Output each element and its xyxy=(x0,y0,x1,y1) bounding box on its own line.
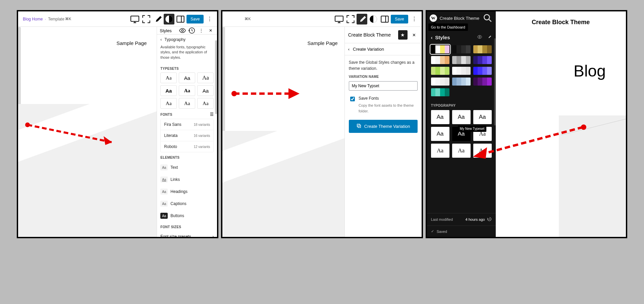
styles-panel-header: Styles ⋮ ✕ xyxy=(157,27,217,35)
color-palette-option[interactable] xyxy=(473,45,492,53)
element-row[interactable]: AaText xyxy=(157,161,217,173)
color-palette-option[interactable] xyxy=(431,45,449,53)
editor-toolbar: ⌘K Save ⋮ xyxy=(222,11,421,27)
edit-icon[interactable] xyxy=(487,35,492,40)
save-button[interactable]: Save xyxy=(391,15,408,23)
panel-scrollbar[interactable] xyxy=(215,40,217,114)
styles-icon[interactable] xyxy=(164,14,174,24)
typeset-option[interactable]: Aa xyxy=(197,85,214,96)
svg-rect-0 xyxy=(131,16,139,21)
typography-option[interactable]: Aa xyxy=(473,110,492,124)
chevron-left-icon: ‹ xyxy=(348,47,350,52)
typeset-option[interactable]: Aa xyxy=(160,85,177,96)
font-row[interactable]: Roboto12 variants xyxy=(161,141,213,152)
frame-create-variation: ⌘K Save ⋮ Sample Page Create Block Theme… xyxy=(221,10,423,238)
canvas-background xyxy=(18,104,157,237)
command-k-hint: ⌘K xyxy=(245,17,251,21)
desktop-preview-icon[interactable] xyxy=(334,14,344,24)
color-palette-option[interactable] xyxy=(473,56,492,64)
element-row[interactable]: AaCaptions xyxy=(157,198,217,210)
variation-description: Save the Global Styles changes as a them… xyxy=(349,59,418,71)
sample-page-link[interactable]: Sample Page xyxy=(308,40,338,46)
fullscreen-icon[interactable] xyxy=(141,14,152,24)
font-size-presets-row[interactable]: Font size presets › xyxy=(157,231,217,238)
panel-more-icon[interactable]: ⋮ xyxy=(198,27,205,34)
wordpress-logo-icon[interactable]: W xyxy=(430,14,437,22)
editor-canvas: Sample Page xyxy=(18,27,157,237)
sidebar-toggle-icon[interactable] xyxy=(379,14,390,24)
sliders-icon[interactable]: ☰ xyxy=(210,112,214,117)
element-row[interactable]: AaHeadings xyxy=(157,186,217,198)
close-icon[interactable]: ✕ xyxy=(410,31,418,39)
frame-styles-browser: W Create Block Theme Go to the Dashboard… xyxy=(426,10,627,238)
create-variation-nav[interactable]: ‹ Create Variation xyxy=(345,43,422,55)
typography-nav[interactable]: ‹ Typography xyxy=(157,35,217,45)
typography-grid: AaAaAaAaAaAaAaAaAaMy New Typeset xyxy=(427,110,496,158)
elements-label: Elements xyxy=(157,152,217,161)
tools-icon[interactable] xyxy=(357,14,367,24)
typeset-option[interactable]: Aa xyxy=(179,98,195,109)
font-row[interactable]: Literata16 variants xyxy=(161,130,213,141)
color-palette-option[interactable] xyxy=(431,78,449,86)
font-row[interactable]: Fira Sans18 variants xyxy=(161,119,213,130)
typeset-option[interactable]: Aa xyxy=(197,72,214,83)
more-options-icon[interactable]: ⋮ xyxy=(409,14,420,24)
typography-option[interactable]: Aa xyxy=(473,144,492,158)
typography-option[interactable]: Aa xyxy=(452,110,471,124)
styles-sidebar-dark: W Create Block Theme Go to the Dashboard… xyxy=(427,11,496,237)
create-theme-variation-button[interactable]: Create Theme Variation xyxy=(349,120,418,133)
color-palette-grid xyxy=(427,44,496,98)
color-palette-option[interactable] xyxy=(431,56,449,64)
color-palette-option[interactable] xyxy=(452,56,471,64)
desktop-preview-icon[interactable] xyxy=(129,14,140,24)
fullscreen-icon[interactable] xyxy=(345,14,356,24)
save-fonts-checkbox[interactable] xyxy=(350,96,355,102)
more-options-icon[interactable]: ⋮ xyxy=(204,14,215,24)
elements-list: AaTextAaLinksAaHeadingsAaCaptionsAaButto… xyxy=(157,161,217,222)
typesets-label: Typesets xyxy=(157,63,217,72)
chevron-left-icon[interactable]: ‹ xyxy=(431,35,433,40)
variation-name-input[interactable] xyxy=(349,81,418,91)
tools-icon[interactable] xyxy=(152,14,163,24)
typeset-option[interactable]: Aa xyxy=(160,98,177,109)
breadcrumb-home[interactable]: Blog Home xyxy=(23,17,43,21)
canvas-background xyxy=(222,131,344,237)
editor-toolbar: Blog Home · Template ⌘K Save ⋮ xyxy=(18,11,217,27)
dashboard-tooltip: Go to the Dashboard xyxy=(428,23,468,31)
typography-option[interactable]: Aa xyxy=(431,110,449,124)
eye-icon[interactable] xyxy=(179,27,186,34)
typeset-grid: AaAaAaAaAaAaAaAaAa xyxy=(157,72,217,109)
typography-section-label: Typography xyxy=(427,98,496,110)
typeset-option[interactable]: Aa xyxy=(197,98,214,109)
star-icon[interactable]: ★ xyxy=(398,30,408,40)
typeset-option[interactable]: Aa xyxy=(179,72,195,83)
close-icon[interactable]: ✕ xyxy=(207,27,214,34)
svg-rect-11 xyxy=(357,124,360,127)
preview-canvas: Create Block Theme Blog xyxy=(496,11,626,237)
color-palette-option[interactable] xyxy=(452,78,471,86)
typography-option[interactable]: Aa xyxy=(431,144,449,158)
element-row[interactable]: AaButtons xyxy=(157,210,217,222)
typography-option[interactable]: Aa xyxy=(431,127,449,141)
color-palette-option[interactable] xyxy=(452,67,471,75)
typeset-option[interactable]: Aa xyxy=(179,85,195,96)
svg-rect-9 xyxy=(381,16,388,22)
breadcrumb-template: Template xyxy=(48,17,64,21)
sidebar-toggle-icon[interactable] xyxy=(175,14,186,24)
element-row[interactable]: AaLinks xyxy=(157,173,217,186)
styles-icon[interactable] xyxy=(368,14,379,24)
revisions-icon[interactable] xyxy=(188,27,196,34)
color-palette-option[interactable] xyxy=(473,67,492,75)
chevron-right-icon: › xyxy=(212,234,214,238)
sample-page-link[interactable]: Sample Page xyxy=(116,40,147,46)
color-palette-option[interactable] xyxy=(473,78,492,86)
save-button[interactable]: Save xyxy=(186,15,204,23)
color-palette-option[interactable] xyxy=(431,67,449,75)
eye-icon[interactable] xyxy=(477,34,482,41)
last-modified-row[interactable]: Last modified 4 hours ago xyxy=(427,213,496,225)
typography-option[interactable]: Aa xyxy=(452,144,471,158)
typeset-option[interactable]: Aa xyxy=(160,72,177,83)
color-palette-option[interactable] xyxy=(431,88,449,96)
search-icon[interactable] xyxy=(482,13,493,23)
color-palette-option[interactable] xyxy=(452,45,471,53)
